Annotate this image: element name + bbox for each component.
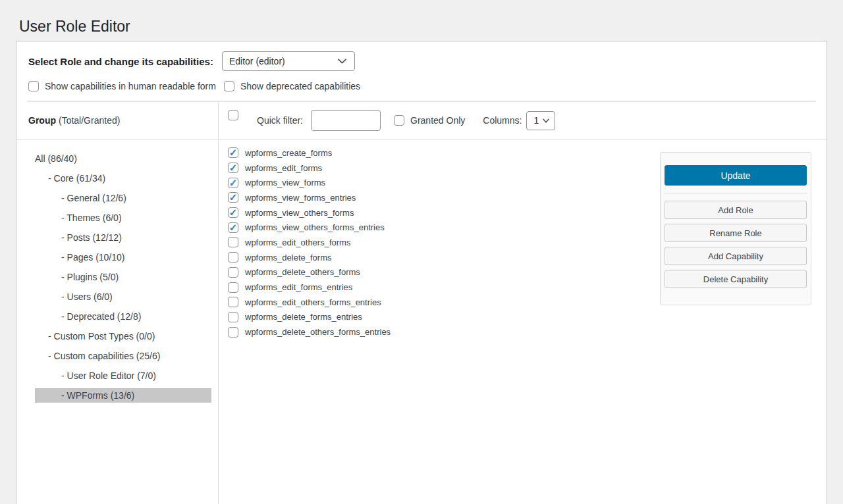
capability-name: wpforms_edit_others_forms — [245, 238, 350, 247]
capability-checkbox[interactable] — [228, 252, 238, 263]
capability-name: wpforms_view_others_forms_entries — [245, 222, 385, 232]
capability-checkbox[interactable] — [228, 327, 238, 338]
capability-checkbox[interactable] — [228, 178, 238, 188]
group-tree-item[interactable]: - General (12/6) — [35, 191, 211, 205]
capabilities-area: wpforms_create_formswpforms_edit_formswp… — [219, 139, 827, 504]
group-tree-item[interactable]: - WPForms (13/6) — [35, 388, 211, 403]
role-selector-label: Select Role and change its capabilities: — [28, 56, 213, 67]
chevron-down-icon — [338, 59, 346, 64]
quick-filter-input[interactable] — [311, 110, 381, 131]
group-tree-item[interactable]: - Custom capabilities (25/6) — [35, 349, 211, 363]
capability-checkbox[interactable] — [228, 163, 238, 173]
role-select-value: Editor (editor) — [229, 56, 285, 66]
capability-checkbox[interactable] — [228, 192, 238, 203]
capability-checkbox[interactable] — [228, 237, 238, 247]
user-role-editor-panel: Select Role and change its capabilities:… — [16, 41, 827, 504]
capability-name: wpforms_view_forms — [245, 178, 325, 188]
capability-checkbox[interactable] — [228, 282, 238, 293]
granted-only-label: Granted Only — [410, 115, 465, 126]
capability-name: wpforms_view_forms_entries — [245, 193, 356, 203]
capability-name: wpforms_delete_forms_entries — [245, 312, 362, 322]
capability-name: wpforms_edit_forms_entries — [245, 282, 352, 292]
granted-only-checkbox[interactable] — [394, 115, 404, 126]
show-deprecated-checkbox[interactable] — [224, 81, 234, 91]
show-deprecated-label: Show deprecated capabilities — [240, 81, 360, 91]
add-role-button[interactable]: Add Role — [665, 201, 807, 219]
group-header-subtitle: (Total/Granted) — [59, 115, 120, 126]
columns-select-value: 1 — [533, 115, 539, 126]
group-column-header: Group (Total/Granted) — [16, 102, 219, 139]
role-select[interactable]: Editor (editor) — [222, 51, 355, 71]
capability-name: wpforms_delete_others_forms_entries — [245, 327, 391, 337]
capability-name: wpforms_delete_forms — [245, 253, 332, 263]
group-header-title: Group — [28, 115, 56, 126]
capability-row: wpforms_delete_others_forms_entries — [228, 324, 827, 340]
human-readable-label: Show capabilities in human readable form — [45, 81, 216, 91]
capability-name: wpforms_create_forms — [245, 148, 332, 158]
capability-checkbox[interactable] — [228, 297, 238, 307]
rename-role-button[interactable]: Rename Role — [665, 224, 807, 242]
display-options-row: Show capabilities in human readable form… — [28, 81, 816, 91]
group-tree-item[interactable]: - Themes (6/0) — [35, 211, 211, 225]
group-tree-item[interactable]: - Users (6/0) — [35, 290, 211, 304]
group-tree-item[interactable]: - Pages (10/10) — [35, 250, 211, 265]
select-all-checkbox[interactable] — [228, 110, 238, 120]
update-button[interactable]: Update — [665, 165, 807, 186]
capability-checkbox[interactable] — [228, 147, 238, 158]
chevron-down-icon — [543, 118, 549, 123]
human-readable-checkbox[interactable] — [28, 81, 39, 91]
divider — [665, 193, 807, 193]
columns-label: Columns: — [483, 115, 522, 126]
actions-panel: Update Add RoleRename RoleAdd Capability… — [660, 152, 811, 305]
group-tree-item[interactable]: - User Role Editor (7/0) — [35, 368, 211, 383]
capability-checkbox[interactable] — [228, 222, 238, 233]
capability-name: wpforms_view_others_forms — [245, 208, 354, 218]
group-tree-item[interactable]: - Core (61/34) — [35, 171, 211, 186]
group-tree-item[interactable]: - Deprecated (12/8) — [35, 309, 211, 324]
grid-body: All (86/40)- Core (61/34)- General (12/6… — [16, 139, 827, 504]
capability-row: wpforms_delete_forms_entries — [228, 310, 827, 325]
capability-checkbox[interactable] — [228, 207, 238, 218]
quick-filter-label: Quick filter: — [257, 115, 303, 126]
capability-checkbox[interactable] — [228, 267, 238, 278]
add-capability-button[interactable]: Add Capability — [665, 247, 807, 265]
group-tree-item[interactable]: - Posts (12/12) — [35, 230, 211, 245]
delete-capability-button[interactable]: Delete Capability — [665, 270, 807, 288]
columns-select[interactable]: 1 — [526, 111, 555, 130]
groups-tree: All (86/40)- Core (61/34)- General (12/6… — [16, 139, 219, 504]
group-tree-item[interactable]: - Plugins (5/0) — [35, 270, 211, 284]
page-title: User Role Editor — [19, 17, 130, 36]
capability-name: wpforms_delete_others_forms — [245, 267, 360, 277]
role-selector-row: Select Role and change its capabilities:… — [16, 41, 827, 71]
grid-header: Group (Total/Granted) Quick filter: Gran… — [16, 102, 827, 139]
group-tree-item[interactable]: All (86/40) — [35, 151, 211, 166]
capability-name: wpforms_edit_forms — [245, 163, 322, 173]
capability-checkbox[interactable] — [228, 312, 238, 322]
capability-name: wpforms_edit_others_forms_entries — [245, 297, 381, 307]
group-tree-item[interactable]: - Custom Post Types (0/0) — [35, 329, 211, 343]
filter-bar: Quick filter: Granted Only Columns: 1 — [219, 102, 827, 139]
